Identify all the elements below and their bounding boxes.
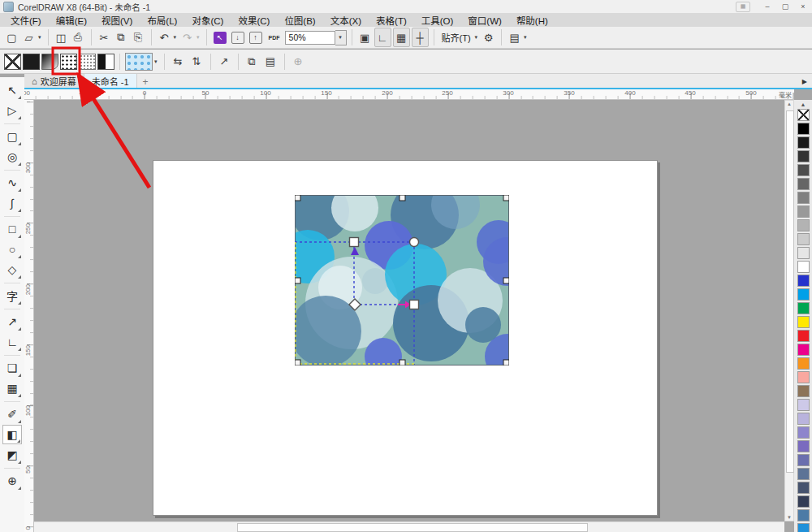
menu-item-effects[interactable]: 效果(C) <box>231 14 277 27</box>
rectangle-tool[interactable]: □ <box>2 219 22 239</box>
color-swatch-7[interactable] <box>797 205 810 218</box>
mirror-tiles-vertical-button[interactable]: ⇅ <box>188 54 205 70</box>
menu-item-text[interactable]: 文本(X) <box>323 14 369 27</box>
color-swatch-11[interactable] <box>797 261 810 273</box>
color-swatch-28[interactable] <box>797 495 810 508</box>
bitmap-pattern-fill-button[interactable] <box>79 54 96 70</box>
account-icon[interactable]: ▦ <box>736 2 750 12</box>
color-swatch-13[interactable] <box>797 288 810 301</box>
color-swatch-18[interactable] <box>797 357 810 370</box>
vertical-scrollbar[interactable]: ▲ ▼ <box>784 100 794 521</box>
smart-fill-tool[interactable]: ◩ <box>2 445 22 465</box>
interactive-fill-tool[interactable]: ◧ <box>2 425 22 444</box>
maximize-button[interactable]: ▢ <box>776 1 794 12</box>
menu-item-object[interactable]: 对象(C) <box>184 14 231 27</box>
scroll-up-icon[interactable]: ▲ <box>785 102 793 106</box>
export-button[interactable]: ↑ <box>248 28 264 46</box>
embed-fill-button[interactable]: ▤ <box>262 54 279 70</box>
menu-item-table[interactable]: 表格(T) <box>369 14 414 27</box>
color-swatch-29[interactable] <box>797 509 810 521</box>
color-swatch-25[interactable] <box>797 454 810 466</box>
color-swatch-10[interactable] <box>797 247 810 259</box>
color-swatch-17[interactable] <box>797 344 810 356</box>
launcher-dropdown[interactable]: ▤▾ <box>507 28 529 46</box>
zoom-tool[interactable]: ◎ <box>2 147 22 167</box>
color-swatch-24[interactable] <box>797 440 810 452</box>
connector-tool[interactable]: ∟ <box>2 332 22 352</box>
polygon-tool[interactable]: ◇ <box>2 260 22 279</box>
horizontal-scrollbar-thumb[interactable] <box>237 523 588 532</box>
save-button[interactable]: ◫ <box>54 28 69 46</box>
edit-fill-button[interactable]: ↗ <box>216 54 233 70</box>
vertical-ruler[interactable]: 300250200150100500 <box>24 100 34 532</box>
vertical-scrollbar-thumb[interactable] <box>786 110 794 473</box>
horizontal-scrollbar[interactable] <box>34 521 784 532</box>
pick-tool[interactable]: ↖ <box>2 80 22 100</box>
print-button[interactable]: ⎙ <box>71 28 86 46</box>
pattern-filled-object[interactable] <box>295 195 509 365</box>
show-guidelines-button[interactable]: ┼ <box>412 28 429 47</box>
color-swatch-3[interactable] <box>797 150 810 162</box>
close-button[interactable]: × <box>794 1 812 12</box>
color-swatch-30[interactable] <box>797 523 810 532</box>
minimize-button[interactable]: – <box>758 1 776 12</box>
color-swatch-20[interactable] <box>797 385 810 397</box>
color-swatch-14[interactable] <box>797 302 810 314</box>
ellipse-tool[interactable]: ○ <box>2 240 22 259</box>
menu-item-view[interactable]: 视图(V) <box>94 14 140 27</box>
color-swatch-21[interactable] <box>797 399 810 411</box>
publish-pdf-button[interactable]: PDF <box>266 28 283 46</box>
menu-item-window[interactable]: 窗口(W) <box>460 14 509 27</box>
menu-item-edit[interactable]: 编辑(E) <box>49 14 94 27</box>
pattern-picker-dropdown[interactable]: ▾ <box>125 53 159 71</box>
copy-button[interactable]: ⧉ <box>114 28 129 46</box>
color-swatch-none[interactable] <box>797 109 810 121</box>
undo-button[interactable]: ↶▾ <box>157 28 179 46</box>
palette-scroll-up-icon[interactable]: ▲ <box>797 100 810 109</box>
new-tab-button[interactable]: + <box>137 76 154 88</box>
color-swatch-27[interactable] <box>797 482 810 494</box>
cut-button[interactable]: ✂ <box>97 28 112 46</box>
text-tool[interactable]: 字 <box>2 286 22 305</box>
scroll-down-icon[interactable]: ▼ <box>785 515 793 520</box>
open-button[interactable]: ▱▾ <box>21 28 43 46</box>
tab-scroll-right-icon[interactable]: ▶ <box>802 78 807 85</box>
uniform-fill-button[interactable] <box>23 54 40 70</box>
paste-button[interactable]: ⎘ <box>131 28 146 46</box>
color-swatch-9[interactable] <box>797 233 810 245</box>
vector-pattern-fill-button[interactable] <box>60 54 77 70</box>
fountain-fill-button[interactable] <box>41 54 58 70</box>
drop-shadow-tool[interactable]: ❏ <box>2 358 22 378</box>
snap-to-dropdown[interactable]: 贴齐(T)▾ <box>439 28 480 46</box>
color-swatch-8[interactable] <box>797 219 810 231</box>
color-swatch-19[interactable] <box>797 371 810 383</box>
freehand-tool[interactable]: ∿ <box>2 173 22 192</box>
menu-item-tools[interactable]: 工具(O) <box>414 14 461 27</box>
tab-welcome-screen[interactable]: ⌂ 欢迎屏幕 <box>24 74 84 88</box>
color-swatch-4[interactable] <box>797 164 810 176</box>
color-swatch-23[interactable] <box>797 426 810 439</box>
menu-item-layout[interactable]: 布局(L) <box>140 14 184 27</box>
horizontal-ruler[interactable]: 毫米 -100-50050100150200250300350400450500 <box>24 89 794 100</box>
copy-fill-button[interactable]: ⧉ <box>244 54 261 70</box>
no-fill-button[interactable] <box>4 54 21 70</box>
color-swatch-16[interactable] <box>797 330 810 342</box>
show-grid-button[interactable]: ▦ <box>393 28 410 47</box>
color-swatch-5[interactable] <box>797 178 810 190</box>
zoom-level-value[interactable]: 50% <box>285 31 335 45</box>
zoom-level-select[interactable]: 50%▾ <box>285 28 347 46</box>
dropdown-caret-icon[interactable]: ▾ <box>335 30 347 45</box>
new-document-button[interactable]: ▢ <box>4 28 19 46</box>
color-swatch-2[interactable] <box>797 136 810 149</box>
color-swatch-1[interactable] <box>797 123 810 135</box>
shape-tool[interactable]: ▷ <box>2 101 22 120</box>
mirror-tiles-horizontal-button[interactable]: ⇆ <box>170 54 187 70</box>
crop-tool[interactable]: ▢ <box>2 127 22 146</box>
color-swatch-12[interactable] <box>797 275 810 287</box>
show-rulers-button[interactable]: ∟ <box>374 28 391 47</box>
color-swatch-15[interactable] <box>797 316 810 328</box>
artistic-media-tool[interactable]: ∫ <box>2 193 22 213</box>
search-content-button[interactable]: ↖ <box>212 28 228 46</box>
color-swatch-22[interactable] <box>797 413 810 425</box>
dimension-tool[interactable]: ↗ <box>2 312 22 331</box>
